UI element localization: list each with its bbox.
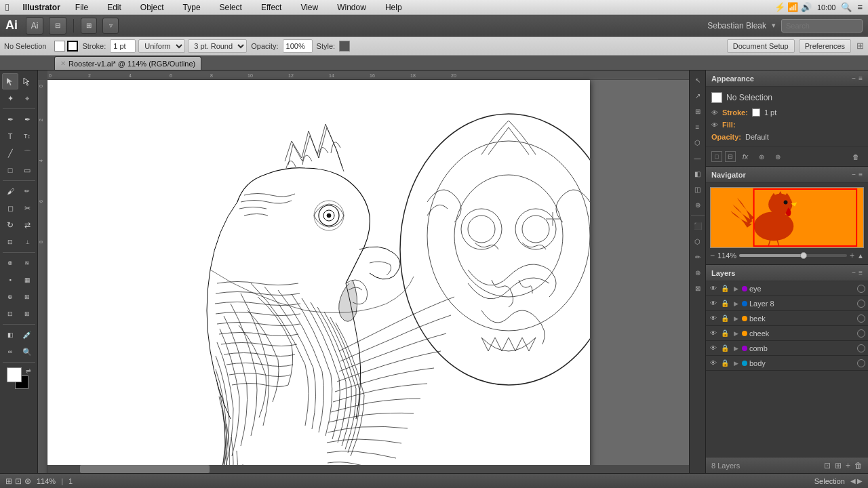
scale-tool[interactable]: ⊡ bbox=[2, 234, 18, 250]
menu-effect[interactable]: Effect bbox=[257, 0, 285, 15]
symbols-icon[interactable]: ⊛ bbox=[691, 266, 705, 279]
navigator-collapse-icon[interactable]: − bbox=[852, 171, 856, 178]
style-swatch[interactable] bbox=[339, 41, 350, 52]
pathfinder-icon[interactable]: ⬡ bbox=[691, 136, 705, 149]
opacity-value-box[interactable]: 100% bbox=[283, 39, 313, 53]
reduce-appearance-icon[interactable]: ⊟ bbox=[725, 151, 736, 162]
layer-eye-icon-8[interactable]: 👁 bbox=[709, 300, 718, 307]
clear-appearance-icon[interactable]: □ bbox=[711, 151, 722, 162]
width-tool[interactable]: ⊗ bbox=[2, 255, 18, 271]
status-icon-3[interactable]: ⊛ bbox=[24, 476, 31, 486]
doc-tab-close[interactable]: ✕ bbox=[60, 60, 66, 67]
color-panel-icon[interactable]: ⬛ bbox=[691, 219, 705, 232]
stroke-color-swatch[interactable] bbox=[752, 108, 760, 117]
arrange-btn[interactable]: ⊞ bbox=[81, 18, 97, 34]
menu-window[interactable]: Window bbox=[333, 0, 370, 15]
stroke-value-box[interactable]: 1 pt bbox=[110, 39, 136, 53]
align-icon[interactable]: ≡ bbox=[691, 120, 705, 134]
arc-tool[interactable]: ⌒ bbox=[19, 145, 35, 161]
layer-lock-icon-body[interactable]: 🔒 bbox=[720, 359, 730, 367]
mesh-tool[interactable]: ⊞ bbox=[19, 306, 35, 322]
zoom-in-btn[interactable]: + bbox=[850, 251, 854, 260]
rect-tool[interactable]: □ bbox=[2, 162, 18, 178]
swatches-icon[interactable]: ⬡ bbox=[691, 235, 705, 248]
user-dropdown-icon[interactable]: ▾ bbox=[772, 21, 776, 30]
rotate-tool[interactable]: ↻ bbox=[2, 217, 18, 233]
warp-tool[interactable]: ≋ bbox=[19, 255, 35, 271]
eyedropper-tool[interactable]: 💉 bbox=[19, 327, 35, 343]
perspective-grid-tool[interactable]: ⊡ bbox=[2, 306, 18, 322]
layer-lock-icon-cheek[interactable]: 🔒 bbox=[720, 329, 730, 337]
delete-layer-icon[interactable]: 🗑 bbox=[854, 461, 863, 470]
column-graph-tool[interactable]: ▦ bbox=[19, 272, 35, 288]
layer-lock-icon-comb[interactable]: 🔒 bbox=[720, 344, 730, 352]
layer-row-beek[interactable]: 👁 🔒 ▶ beek bbox=[706, 311, 868, 326]
layer-target-beek[interactable] bbox=[857, 314, 865, 323]
layer-expand-eye[interactable]: ▶ bbox=[732, 285, 740, 292]
layer-lock-icon-eye[interactable]: 🔒 bbox=[720, 285, 730, 292]
doc-setup-btn[interactable]: Document Setup bbox=[727, 39, 795, 53]
layer-expand-beek[interactable]: ▶ bbox=[732, 315, 740, 322]
selection-tool[interactable] bbox=[2, 73, 18, 89]
layer-row-body[interactable]: 👁 🔒 ▶ body bbox=[706, 356, 868, 371]
bar-graph-tool[interactable]: ▪ bbox=[2, 272, 18, 288]
menu-object[interactable]: Object bbox=[136, 0, 168, 15]
stroke-cap-select[interactable]: 3 pt. Round bbox=[188, 39, 247, 53]
profile-btn[interactable]: Ai bbox=[26, 17, 43, 35]
spotlight-icon[interactable]: 🔍 bbox=[841, 2, 852, 12]
eraser-tool[interactable]: ◻ bbox=[2, 200, 18, 216]
layer-expand-8[interactable]: ▶ bbox=[732, 300, 740, 307]
add-anchor-tool[interactable]: ✒ bbox=[19, 111, 35, 127]
status-icon-2[interactable]: ⊡ bbox=[15, 476, 22, 486]
magic-wand-tool[interactable]: ✦ bbox=[2, 90, 18, 106]
foreground-swatch[interactable] bbox=[7, 367, 22, 382]
transform-icon[interactable]: ⊞ bbox=[691, 104, 705, 118]
status-icon-1[interactable]: ⊞ bbox=[5, 476, 12, 486]
layer-expand-comb[interactable]: ▶ bbox=[732, 345, 740, 352]
layer-lock-icon-8[interactable]: 🔒 bbox=[720, 300, 730, 307]
layer-target-comb[interactable] bbox=[857, 344, 865, 352]
layer-eye-icon-cheek[interactable]: 👁 bbox=[709, 329, 718, 337]
layers-collapse-icon[interactable]: − bbox=[852, 269, 856, 277]
workspace-btn[interactable]: ⊟ bbox=[49, 17, 66, 35]
paintbrush-tool[interactable]: 🖌 bbox=[2, 183, 18, 199]
layer-row-eye[interactable]: 👁 🔒 ▶ eye bbox=[706, 281, 868, 296]
type-tool[interactable]: T bbox=[2, 128, 18, 144]
stroke-type-select[interactable]: Uniform bbox=[138, 39, 185, 53]
notification-icon[interactable]: ≡ bbox=[857, 2, 863, 12]
menu-type[interactable]: Type bbox=[179, 0, 205, 15]
layer-eye-icon-body[interactable]: 👁 bbox=[709, 359, 718, 367]
menu-view[interactable]: View bbox=[296, 0, 322, 15]
zoom-out-btn[interactable]: − bbox=[710, 251, 715, 260]
layer-row-cheek[interactable]: 👁 🔒 ▶ cheek bbox=[706, 326, 868, 341]
layers-menu-icon[interactable]: ≡ bbox=[859, 269, 863, 277]
preferences-btn[interactable]: Preferences bbox=[799, 39, 851, 53]
options-btn[interactable]: ▿ bbox=[102, 18, 119, 34]
layer-target-cheek[interactable] bbox=[857, 329, 865, 338]
horizontal-scrollbar[interactable] bbox=[47, 465, 697, 473]
apple-menu[interactable]:  bbox=[5, 1, 9, 13]
gradient-icon[interactable]: ◧ bbox=[691, 167, 705, 180]
search-input[interactable] bbox=[781, 19, 863, 33]
new-layer-icon[interactable]: + bbox=[846, 461, 850, 470]
swap-colors-icon[interactable]: ⇌ bbox=[26, 367, 31, 374]
lasso-tool[interactable]: ⌖ bbox=[19, 90, 35, 106]
stroke-visibility-eye[interactable]: 👁 bbox=[711, 109, 718, 117]
menu-select[interactable]: Select bbox=[216, 0, 246, 15]
direct-selection-tool[interactable] bbox=[19, 73, 35, 89]
new-stroke-icon[interactable]: ⊕ bbox=[771, 150, 785, 163]
transparency-icon[interactable]: ◫ bbox=[691, 182, 705, 196]
doc-tab[interactable]: ✕ Rooster-v1.ai* @ 114% (RGB/Outline) bbox=[54, 56, 201, 70]
zoom-up-btn[interactable]: ▲ bbox=[857, 252, 864, 260]
pen-tool[interactable]: ✒ bbox=[2, 111, 18, 127]
fill-swatch[interactable] bbox=[54, 41, 65, 52]
layer-target-body[interactable] bbox=[857, 359, 865, 367]
gradient-tool[interactable]: ◧ bbox=[2, 327, 18, 343]
make-clipping-mask-icon[interactable]: ⊡ bbox=[824, 461, 831, 470]
layer-row-comb[interactable]: 👁 🔒 ▶ comb bbox=[706, 341, 868, 356]
touch-type-tool[interactable]: T↕ bbox=[19, 128, 35, 144]
scissors-tool[interactable]: ✂ bbox=[19, 200, 35, 216]
new-fill-icon[interactable]: ⊕ bbox=[755, 150, 768, 163]
stroke-icon[interactable]: — bbox=[691, 151, 705, 165]
layer-expand-cheek[interactable]: ▶ bbox=[732, 330, 740, 337]
